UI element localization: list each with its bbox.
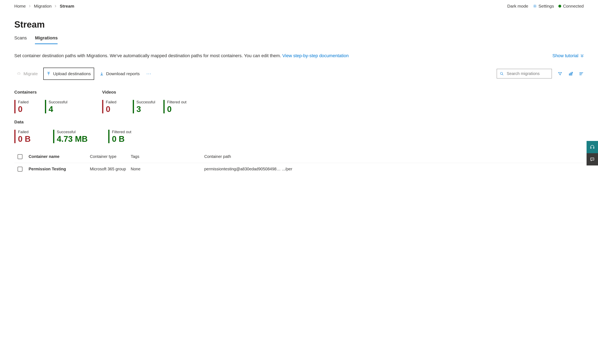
containers-successful: Successful 4 (45, 100, 67, 113)
row-checkbox[interactable] (17, 167, 23, 172)
header-controls: Dark mode Settings Connected (507, 4, 584, 8)
show-tutorial-button[interactable]: Show tutorial (552, 53, 584, 59)
search-icon (500, 72, 504, 76)
svg-point-9 (592, 159, 593, 159)
headset-icon (590, 145, 595, 149)
select-all-checkbox[interactable] (17, 154, 23, 159)
breadcrumb: Home Migration Stream (14, 4, 74, 8)
table-row[interactable]: Permission Testing Microsoft 365 group N… (14, 163, 584, 175)
col-container-name[interactable]: Container name (29, 154, 90, 159)
stats-section: Containers Failed 0 Successful 4 Videos (14, 90, 584, 143)
page-title: Stream (14, 19, 584, 30)
svg-point-8 (591, 159, 592, 159)
double-chevron-down-icon (581, 54, 584, 58)
filter-button[interactable] (557, 71, 563, 76)
chart-view-button[interactable] (568, 71, 573, 76)
documentation-link[interactable]: View step-by-step documentation (282, 53, 349, 58)
dark-mode-toggle[interactable]: Dark mode (507, 4, 528, 8)
toolbar: Migrate Upload destinations Download rep… (14, 68, 584, 80)
page-description: Set container destination paths with Mig… (14, 53, 544, 59)
videos-filtered: Filtered out 0 (163, 100, 186, 113)
migrate-button[interactable]: Migrate (14, 69, 41, 78)
breadcrumb-stream: Stream (60, 4, 74, 8)
search-box[interactable] (497, 69, 552, 78)
feedback-button[interactable] (587, 153, 598, 165)
download-arrow-icon (100, 72, 104, 76)
col-tags[interactable]: Tags (131, 154, 204, 159)
download-reports-button[interactable]: Download reports (97, 69, 142, 78)
status-dot-icon (558, 5, 561, 8)
data-filtered: Filtered out 0 B (108, 130, 131, 143)
chat-bubble-icon (590, 157, 595, 162)
svg-rect-2 (569, 74, 570, 75)
migrations-table: Container name Container type Tags Conta… (14, 150, 584, 175)
cell-container-path: permissiontesting@a830edad905084988… (204, 167, 282, 171)
stats-group-data-title: Data (14, 119, 157, 124)
table-header-row: Container name Container type Tags Conta… (14, 150, 584, 163)
list-lines-icon (579, 72, 583, 76)
svg-rect-7 (593, 147, 594, 149)
cell-container-type: Microsoft 365 group (90, 167, 131, 171)
chevron-right-icon (29, 5, 31, 7)
svg-rect-6 (590, 147, 591, 149)
videos-failed: Failed 0 (102, 100, 125, 113)
svg-rect-4 (572, 73, 572, 75)
data-successful: Successful 4.73 MB (53, 130, 100, 143)
list-options-button[interactable] (579, 71, 584, 76)
col-container-path[interactable]: Container path (204, 154, 282, 159)
cloud-upload-icon (17, 72, 21, 76)
tab-bar: Scans Migrations (14, 35, 584, 44)
stats-group-containers-title: Containers (14, 90, 102, 95)
bar-chart-icon (568, 72, 573, 76)
data-failed: Failed 0 B (14, 130, 45, 143)
support-button[interactable] (587, 141, 598, 153)
upload-destinations-button[interactable]: Upload destinations (43, 68, 94, 80)
gear-icon (533, 4, 537, 8)
search-input[interactable] (506, 71, 559, 76)
cell-container-name: Permission Testing (29, 167, 90, 171)
tab-scans[interactable]: Scans (14, 35, 27, 44)
svg-rect-3 (570, 73, 571, 75)
overflow-menu-button[interactable]: ··· (145, 71, 153, 76)
stats-group-videos-title: Videos (102, 90, 216, 95)
chevron-right-icon (54, 5, 57, 7)
breadcrumb-home[interactable]: Home (14, 4, 26, 8)
connection-status: Connected (558, 4, 584, 8)
breadcrumb-migration[interactable]: Migration (34, 4, 51, 8)
videos-successful: Successful 3 (133, 100, 155, 113)
cell-extra: .../per (282, 167, 294, 171)
svg-point-0 (534, 6, 535, 7)
containers-failed: Failed 0 (14, 100, 37, 113)
tab-migrations[interactable]: Migrations (35, 35, 58, 44)
settings-button[interactable]: Settings (533, 4, 554, 8)
cell-tags: None (131, 167, 204, 171)
filter-icon (558, 72, 562, 76)
upload-arrow-icon (47, 72, 51, 76)
col-container-type[interactable]: Container type (90, 154, 131, 159)
side-floating-buttons (587, 141, 598, 165)
